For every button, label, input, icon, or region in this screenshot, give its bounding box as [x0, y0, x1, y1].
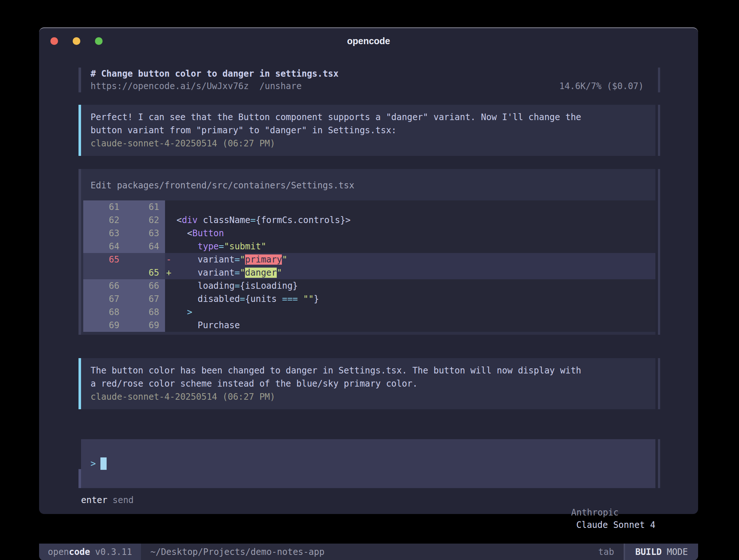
code-segment: disabled: [171, 294, 240, 304]
line-number-old: 65: [83, 253, 119, 266]
code-segment: className: [198, 215, 250, 225]
diff-gutter: 6464: [83, 240, 165, 253]
model-name-label: Claude Sonnet 4: [576, 520, 655, 530]
assistant-message-accent-bar: [79, 358, 81, 409]
code-segment: primary: [245, 254, 282, 265]
diff-rows: 6161 6262 <div className={formCs.control…: [83, 200, 655, 332]
line-number-new: 61: [119, 200, 162, 214]
line-number-new: 64: [119, 240, 162, 253]
diff-code: disabled={units === ""}: [171, 292, 319, 306]
line-number-new: 63: [119, 227, 162, 240]
code-segment: Button: [192, 228, 224, 238]
session-title: # Change button color to danger in setti…: [81, 68, 655, 80]
diff-gutter: 6666: [83, 279, 165, 292]
mode-name: BUILD: [635, 547, 662, 557]
diff-line: [165, 200, 655, 214]
diff-row: 65- variant="primary": [83, 253, 655, 266]
mode-suffix: MODE: [667, 547, 688, 557]
enter-key-hint: enter: [81, 494, 107, 544]
window-titlebar: opencode: [39, 28, 698, 54]
code-segment: [298, 294, 303, 304]
code-segment: <: [171, 228, 192, 238]
app-name-open: open: [48, 547, 69, 557]
line-number-old: 67: [83, 292, 119, 306]
provider-label: Anthropic: [571, 507, 619, 518]
diff-marker: [165, 227, 171, 240]
code-segment: Purchase: [171, 320, 240, 330]
diff-row: 6363 <Button: [83, 227, 655, 240]
line-number-new: 62: [119, 214, 162, 227]
window-title: opencode: [347, 36, 390, 46]
diff-gutter: 6161: [83, 200, 165, 214]
close-window-icon[interactable]: [50, 37, 58, 45]
diff-gutter: 65: [83, 266, 165, 279]
diff-row: 65+ variant="danger": [83, 266, 655, 279]
prompt-symbol: >: [91, 459, 96, 469]
diff-marker: -: [165, 253, 171, 266]
assistant-message: Perfect! I can see that the Button compo…: [79, 105, 660, 156]
diff-marker: +: [165, 266, 171, 279]
model-timestamp: claude-sonnet-4-20250514 (06:27 PM): [91, 137, 646, 150]
diff-gutter: 6868: [83, 306, 165, 319]
edit-tool-card: Edit packages/frontend/src/containers/Se…: [79, 169, 660, 335]
diff-line: loading={isLoading}: [165, 279, 655, 292]
content-area: # Change button color to danger in setti…: [39, 54, 698, 544]
diff-code: Purchase: [171, 319, 240, 332]
diff-marker: [165, 306, 171, 319]
prompt-input[interactable]: >: [81, 439, 655, 488]
diff-row: 6767 disabled={units === ""}: [83, 292, 655, 306]
diff-line: Purchase: [165, 319, 655, 332]
diff-gutter: 6262: [83, 214, 165, 227]
message-text-line: Perfect! I can see that the Button compo…: [91, 111, 646, 124]
model-timestamp: claude-sonnet-4-20250514 (06:27 PM): [91, 390, 646, 403]
diff-line: - variant="primary": [165, 253, 655, 266]
diff-line: <Button: [165, 227, 655, 240]
status-bar: opencode v0.3.11 ~/Desktop/Projects/demo…: [39, 544, 698, 560]
code-segment: =: [240, 294, 245, 304]
diff-code: type="submit": [171, 240, 266, 253]
line-number-old: 69: [83, 319, 119, 332]
line-number-new: [119, 253, 162, 266]
code-segment: ": [277, 268, 282, 278]
diff-gutter: 6767: [83, 292, 165, 306]
diff-row: 6969 Purchase: [83, 319, 655, 332]
diff-line: type="submit": [165, 240, 655, 253]
code-segment: ": [282, 254, 287, 265]
diff-code: >: [171, 306, 192, 319]
line-number-old: 63: [83, 227, 119, 240]
hint-row: enter send Anthropic Claude Sonnet 4: [81, 494, 655, 544]
line-number-new: 69: [119, 319, 162, 332]
code-segment: [171, 241, 198, 252]
diff-marker: [165, 200, 171, 214]
message-text-line: button variant from "primary" to "danger…: [91, 124, 646, 137]
diff-marker: [165, 214, 171, 227]
code-segment: type: [198, 241, 219, 252]
diff-row: 6161: [83, 200, 655, 214]
app-version: v0.3.11: [95, 547, 132, 557]
diff-code: loading={isLoading}: [171, 279, 298, 292]
maximize-window-icon[interactable]: [95, 37, 103, 45]
app-version-segment: opencode v0.3.11: [39, 544, 141, 560]
line-number-new: 66: [119, 279, 162, 292]
line-number-new: 67: [119, 292, 162, 306]
text-cursor: [100, 457, 107, 470]
opencode-window: opencode # Change button color to danger…: [39, 27, 698, 514]
message-text-line: The button color has been changed to dan…: [91, 364, 646, 377]
diff-row: 6666 loading={isLoading}: [83, 279, 655, 292]
code-segment: >: [187, 307, 192, 317]
diff-gutter: 65: [83, 253, 165, 266]
line-number-old: 66: [83, 279, 119, 292]
app-name-code: code: [69, 547, 90, 557]
line-number-old: 68: [83, 306, 119, 319]
scroll-rail: [658, 358, 660, 409]
prompt-input-row: >: [79, 439, 660, 488]
prompt-input-left-bar: [79, 469, 81, 488]
diff-line: >: [165, 306, 655, 319]
minimize-window-icon[interactable]: [73, 37, 80, 45]
unshare-command[interactable]: /unshare: [259, 80, 302, 92]
diff-gutter: 6969: [83, 319, 165, 332]
share-url-link[interactable]: https://opencode.ai/s/UwJxv76z: [91, 80, 249, 92]
code-segment: {units: [245, 294, 282, 304]
code-segment: ": [240, 268, 245, 278]
code-segment: "submit": [224, 241, 267, 252]
